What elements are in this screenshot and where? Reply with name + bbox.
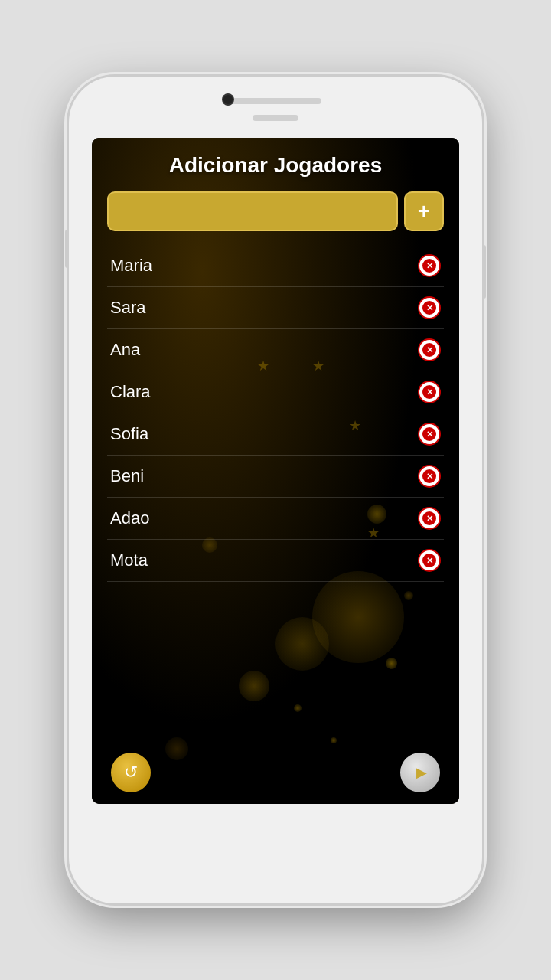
remove-player-button[interactable]: ✕ (418, 549, 441, 572)
play-button[interactable]: ▶ (400, 753, 440, 792)
remove-icon: ✕ (422, 469, 436, 483)
camera (222, 93, 234, 106)
x-icon: ✕ (426, 304, 433, 312)
player-item: Sofia✕ (107, 413, 444, 456)
remove-player-button[interactable]: ✕ (418, 296, 441, 319)
player-name: Sara (110, 298, 145, 318)
remove-icon: ✕ (422, 343, 436, 357)
x-icon: ✕ (426, 472, 433, 481)
remove-icon: ✕ (422, 511, 436, 525)
player-name: Mota (110, 550, 148, 570)
players-list: Maria✕Sara✕Ana✕Clara✕Sofia✕Beni✕Adao✕Mot… (107, 245, 444, 739)
add-player-button[interactable]: + (404, 191, 444, 231)
phone-frame: ★ ★ ★ ★ Adicionar Jogadores + Maria✕Sara… (69, 77, 482, 903)
player-item: Mota✕ (107, 540, 444, 582)
player-item: Ana✕ (107, 329, 444, 371)
screen: ★ ★ ★ ★ Adicionar Jogadores + Maria✕Sara… (92, 138, 459, 804)
player-name: Beni (110, 466, 144, 486)
player-name: Sofia (110, 424, 148, 444)
remove-player-button[interactable]: ✕ (418, 423, 441, 446)
remove-icon: ✕ (422, 554, 436, 567)
remove-player-button[interactable]: ✕ (418, 507, 441, 530)
x-icon: ✕ (426, 262, 433, 270)
player-item: Maria✕ (107, 245, 444, 287)
player-item: Beni✕ (107, 456, 444, 498)
remove-icon: ✕ (422, 301, 436, 315)
player-item: Sara✕ (107, 287, 444, 329)
remove-player-button[interactable]: ✕ (418, 465, 441, 488)
remove-player-button[interactable]: ✕ (418, 381, 441, 403)
app-content: Adicionar Jogadores + Maria✕Sara✕Ana✕Cla… (92, 138, 459, 804)
remove-player-button[interactable]: ✕ (418, 338, 441, 361)
side-button-right (482, 245, 486, 299)
back-button[interactable]: ↺ (111, 753, 151, 792)
input-row: + (107, 191, 444, 231)
player-name: Ana (110, 340, 140, 360)
play-icon: ▶ (416, 764, 427, 781)
remove-icon: ✕ (422, 427, 436, 441)
back-icon: ↺ (124, 763, 138, 782)
player-name: Adao (110, 508, 149, 528)
page-title: Adicionar Jogadores (107, 153, 444, 178)
side-button-left (65, 230, 69, 268)
x-icon: ✕ (426, 557, 433, 565)
remove-icon: ✕ (422, 385, 436, 399)
plus-icon: + (418, 199, 430, 224)
remove-icon: ✕ (422, 259, 436, 273)
player-name: Maria (110, 256, 152, 276)
bottom-bar: ↺ ▶ (107, 745, 444, 796)
x-icon: ✕ (426, 388, 433, 397)
player-name: Clara (110, 382, 151, 402)
player-item: Adao✕ (107, 498, 444, 540)
x-icon: ✕ (426, 430, 433, 439)
x-icon: ✕ (426, 346, 433, 354)
remove-player-button[interactable]: ✕ (418, 254, 441, 277)
player-item: Clara✕ (107, 371, 444, 413)
speaker (253, 115, 298, 121)
player-name-input[interactable] (107, 191, 398, 231)
x-icon: ✕ (426, 514, 433, 523)
